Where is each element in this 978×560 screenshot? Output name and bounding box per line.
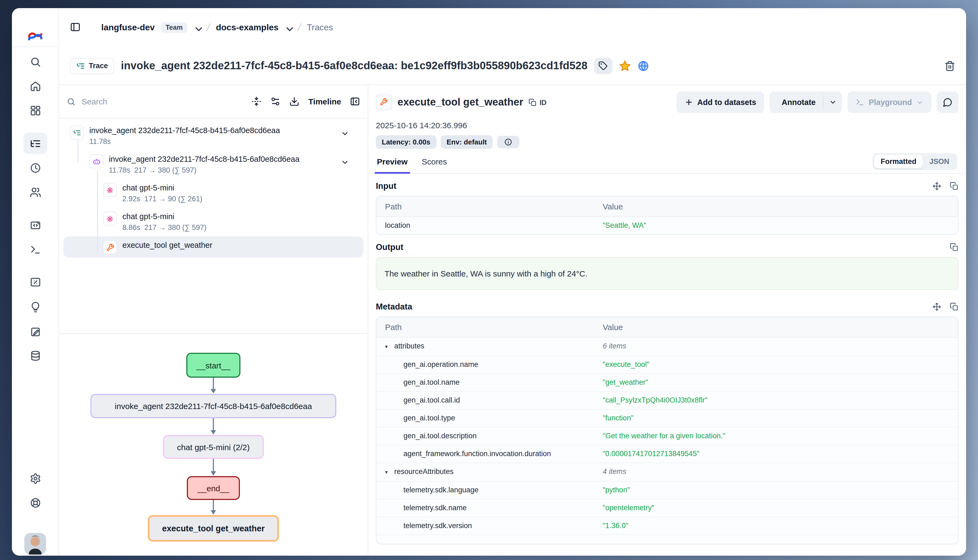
breadcrumb-page[interactable]: Traces: [307, 23, 333, 32]
tree-item[interactable]: ❋ chat gpt-5-mini8.86s 217 → 380 (∑ 597): [64, 208, 363, 237]
download-icon[interactable]: [289, 96, 300, 107]
copy-icon[interactable]: [950, 302, 958, 311]
chevron-down-icon: [916, 99, 923, 106]
delete-trace-button[interactable]: [945, 60, 955, 71]
collapse-all-icon[interactable]: [252, 96, 262, 107]
graph-node-end[interactable]: __end__: [187, 476, 240, 500]
sidebar-item-prompts-file-icon[interactable]: [23, 214, 47, 236]
collapse-panel-icon[interactable]: [350, 96, 360, 107]
comments-button[interactable]: [937, 92, 958, 113]
input-table-header: Path Value: [376, 197, 958, 217]
org-chevron-down-icon[interactable]: [194, 24, 201, 32]
span-header: execute_tool get_weather ID Add to datas…: [368, 85, 966, 113]
desktop-background: langfuse-dev Team / docs-examples / Trac…: [0, 0, 978, 560]
public-globe-icon[interactable]: [637, 60, 649, 72]
generation-icon: ❋: [103, 183, 117, 197]
chevron-down-icon[interactable]: [341, 158, 349, 167]
search-input[interactable]: [80, 96, 243, 107]
graph-edge: [213, 418, 214, 434]
trace-tree: invoke_agent 232de211-7fcf-45c8-b415-6af…: [59, 118, 368, 333]
sidebar-item-annotation-clipboard-icon[interactable]: [23, 321, 47, 342]
tab-preview[interactable]: Preview: [377, 150, 408, 173]
bookmark-star-icon[interactable]: [619, 60, 631, 72]
chevron-down-icon: [829, 98, 837, 106]
sidebar-item-support-lifebuoy-icon[interactable]: [23, 492, 47, 513]
sidebar-item-datasets-database-icon[interactable]: [23, 345, 47, 366]
trash-icon: [945, 60, 955, 71]
graph-edge: [213, 459, 214, 475]
table-row: agent_framework.function.invocation.dura…: [376, 445, 958, 463]
chevron-down-icon[interactable]: ▾: [385, 467, 392, 478]
tree-settings-icon[interactable]: [271, 96, 281, 107]
info-badge[interactable]: [497, 136, 519, 148]
sidebar-item-settings-gear-icon[interactable]: [23, 467, 47, 489]
output-label: Output: [376, 242, 403, 252]
project-chevron-down-icon[interactable]: [284, 24, 292, 32]
sidebar-item-scores-card-icon[interactable]: [23, 271, 47, 293]
annotate-button[interactable]: Annotate: [770, 92, 823, 113]
add-to-datasets-button[interactable]: Add to datasets: [676, 92, 764, 113]
chevron-down-icon[interactable]: [341, 129, 349, 138]
annotate-dropdown-button[interactable]: [824, 92, 842, 113]
tab-scores[interactable]: Scores: [421, 150, 447, 173]
sidebar-rail: [12, 8, 59, 556]
tree-item[interactable]: execute_tool get_weather: [64, 237, 363, 258]
timeline-toggle[interactable]: Timeline: [308, 97, 341, 106]
breadcrumb-separator: /: [206, 22, 211, 33]
copy-icon: [529, 98, 537, 106]
sidebar-item-dashboard-icon[interactable]: [23, 100, 47, 121]
graph-node-start[interactable]: __start__: [186, 353, 241, 378]
sidebar-item-playground-terminal-icon[interactable]: [23, 238, 47, 260]
format-toggle[interactable]: Formatted JSON: [873, 153, 958, 170]
graph-node-chat[interactable]: chat gpt-5-mini (2/2): [163, 435, 264, 459]
breadcrumb-separator: /: [297, 22, 302, 33]
sidebar-item-traces-icon[interactable]: [23, 133, 47, 154]
sidebar-item-lightbulb-icon[interactable]: [23, 296, 47, 318]
span-detail-panel: execute_tool get_weather ID Add to datas…: [368, 85, 966, 556]
copy-icon[interactable]: [950, 182, 958, 190]
trace-tree-panel: Timeline invoke_agent 232de211-7fcf-45c8…: [59, 85, 368, 556]
langfuse-logo-icon[interactable]: [27, 29, 43, 45]
copy-icon[interactable]: [950, 243, 958, 252]
org-name[interactable]: langfuse-dev: [101, 23, 155, 32]
annotate-split-button: Annotate: [770, 92, 843, 113]
playground-button[interactable]: Playground: [848, 92, 931, 113]
tag-button[interactable]: [594, 58, 612, 74]
generation-icon: ❋: [103, 212, 117, 226]
user-avatar[interactable]: [24, 533, 46, 555]
app-window: langfuse-dev Team / docs-examples / Trac…: [12, 8, 966, 556]
expand-icon[interactable]: [933, 182, 941, 190]
list-tree-icon: [76, 62, 85, 70]
tree-item[interactable]: invoke_agent 232de211-7fcf-45c8-b415-6af…: [64, 122, 363, 150]
graph-node-tool[interactable]: execute_tool get_weather: [148, 515, 279, 542]
tree-item[interactable]: ❋ chat gpt-5-mini2.92s 171 → 90 (∑ 261): [64, 179, 363, 208]
metadata-table-header: Path Value: [376, 317, 958, 338]
format-json[interactable]: JSON: [923, 155, 956, 168]
preview-scroll-area[interactable]: Input Path Value location"Seattle,: [368, 174, 966, 556]
table-row[interactable]: ▾attributes6 items: [376, 338, 958, 356]
project-name[interactable]: docs-examples: [216, 23, 278, 32]
sidebar-item-sessions-clock-icon[interactable]: [23, 157, 47, 178]
info-icon: [504, 138, 512, 146]
table-row: location"Seattle, WA": [376, 217, 958, 234]
span-badges: Latency: 0.00s Env: default: [368, 130, 966, 149]
chevron-down-icon[interactable]: ▾: [385, 342, 392, 352]
org-type-badge: Team: [160, 22, 187, 33]
sidebar-toggle-icon[interactable]: [70, 22, 82, 33]
graph-node-agent[interactable]: invoke_agent 232de211-7fcf-45c8-b415-6af…: [90, 394, 336, 418]
table-row[interactable]: ▾resourceAttributes4 items: [376, 463, 958, 482]
latency-badge: Latency: 0.00s: [376, 135, 436, 149]
plus-icon: [684, 98, 693, 107]
sidebar-item-search-icon[interactable]: [23, 51, 47, 73]
metadata-table: Path Value ▾attributes6 itemsgen_ai.oper…: [376, 317, 958, 544]
sidebar-item-users-icon[interactable]: [23, 181, 47, 203]
copy-id-button[interactable]: ID: [529, 98, 547, 106]
tree-toolbar: Timeline: [59, 85, 368, 118]
expand-icon[interactable]: [933, 302, 941, 311]
trace-title-bar: Trace invoke_agent 232de211-7fcf-45c8-b4…: [59, 47, 966, 85]
breadcrumb: langfuse-dev Team / docs-examples / Trac…: [59, 8, 966, 47]
format-formatted[interactable]: Formatted: [874, 155, 923, 168]
sidebar-item-home-icon[interactable]: [23, 75, 47, 97]
search-box[interactable]: [67, 96, 243, 107]
tree-item[interactable]: invoke_agent 232de211-7fcf-45c8-b415-6af…: [64, 150, 363, 179]
